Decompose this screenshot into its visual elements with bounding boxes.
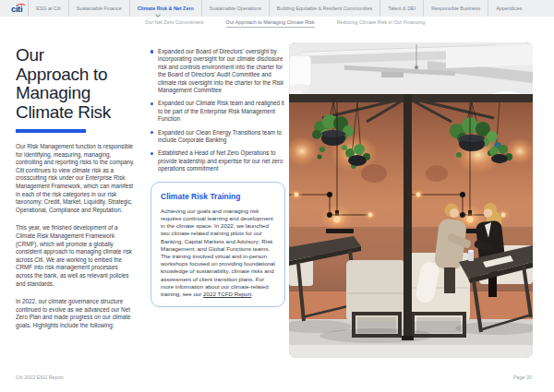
page-number: Page 30	[513, 374, 532, 380]
sub-nav-item-approach-managing-climate-risk[interactable]: Our Approach to Managing Climate Risk	[226, 19, 315, 28]
top-nav: citi ESG at Citi Sustainable Finance Cli…	[0, 0, 554, 17]
report-title: Citi 2022 ESG Report	[16, 374, 64, 380]
page-title-line: Managing	[16, 84, 136, 103]
intro-paragraph: This year, we finished development of a …	[16, 224, 135, 288]
citi-logo[interactable]: citi	[11, 4, 22, 14]
card-title: Climate Risk Training	[161, 192, 275, 201]
sub-nav: Our Net Zero Commitment Our Approach to …	[145, 19, 425, 28]
page-title-line: Approach to	[16, 65, 136, 85]
card-body-suffix: .	[251, 291, 253, 297]
highlight-item: Expanded our Clean Energy Transitions te…	[151, 129, 285, 145]
top-nav-item-esg-at-citi[interactable]: ESG at Citi	[28, 0, 68, 17]
page-title: Our Approach to Managing Climate Risk	[16, 46, 136, 122]
top-nav-item-appendices[interactable]: Appendices	[488, 0, 529, 17]
tcfd-report-link[interactable]: 2022 TCFD Report	[203, 291, 251, 297]
sub-nav-item-reducing-climate-risk[interactable]: Reducing Climate Risk in Our Financing	[337, 19, 426, 28]
card-body-text: Achieving our goals and managing risk re…	[161, 208, 275, 297]
highlight-item: Expanded our Climate Risk team and reali…	[151, 100, 285, 123]
title-accent-bar	[16, 129, 86, 133]
card-body: Achieving our goals and managing risk re…	[161, 208, 275, 298]
highlight-item: Established a Head of Net Zero Operation…	[151, 149, 285, 172]
top-nav-item-talent-dei[interactable]: Talent & DEI	[379, 0, 423, 17]
page-title-line: Climate Risk	[16, 103, 136, 123]
intro-paragraph: In 2022, our climate governance structur…	[16, 298, 135, 329]
top-nav-item-responsible-business[interactable]: Responsible Business	[423, 0, 488, 17]
article-intro: Our Approach to Managing Climate Risk Ou…	[16, 46, 136, 329]
top-nav-item-building-communities[interactable]: Building Equitable & Resilient Communiti…	[269, 0, 379, 17]
top-nav-item-sustainable-finance[interactable]: Sustainable Finance	[68, 0, 129, 17]
page-title-line: Our	[16, 46, 136, 65]
ceiling	[289, 42, 533, 101]
highlights-column: Expanded our Board of Directors' oversig…	[151, 48, 285, 307]
intro-paragraph: Our Risk Management function is responsi…	[16, 143, 135, 214]
top-nav-item-climate-risk-net-zero[interactable]: Climate Risk & Net Zero	[129, 0, 201, 17]
sub-nav-item-net-zero-commitment[interactable]: Our Net Zero Commitment	[145, 19, 204, 28]
highlight-item: Expanded our Board of Directors' oversig…	[151, 48, 285, 94]
office-photo	[289, 42, 533, 358]
climate-risk-training-card: Climate Risk Training Achieving our goal…	[151, 182, 285, 307]
highlights-list: Expanded our Board of Directors' oversig…	[151, 48, 285, 173]
office-photo-illustration	[289, 42, 533, 358]
top-nav-item-sustainable-operations[interactable]: Sustainable Operations	[201, 0, 269, 17]
